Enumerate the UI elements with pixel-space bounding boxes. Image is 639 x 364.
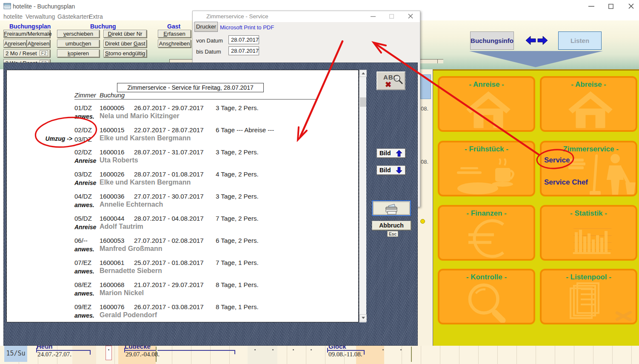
tile-zimmerservice[interactable]: - Zimmerservice - Service Service Chef <box>540 141 637 196</box>
service-link[interactable]: Service <box>544 156 570 165</box>
row-date-range: 28.07.2017 - 31.07.2017 <box>134 148 203 156</box>
row-stay-info: 7 Tage, 2 Pers. <box>216 215 259 222</box>
close-icon[interactable] <box>408 14 413 19</box>
row-status: anwes. <box>74 202 94 208</box>
row-booking-number: 1600044 <box>100 215 124 222</box>
room-row-label[interactable]: 15/Su <box>4 346 27 362</box>
report-page: Zimmerservice - Service für Freitag, 28.… <box>6 70 359 322</box>
scroll-down-button[interactable] <box>359 314 367 321</box>
column-header-buchung: Buchung <box>100 91 125 99</box>
dialog-titlebar[interactable]: Zimmerservice - Service <box>193 11 420 22</box>
scroll-up-button[interactable] <box>359 70 367 77</box>
row-room: 07/EZ <box>74 259 91 266</box>
von-datum-label: von Datum <box>196 37 223 44</box>
booking-dates: 09.08.-11.08. <box>328 351 362 358</box>
verschieben-button[interactable]: verschieben <box>57 30 100 38</box>
row-guest-name: Nela und Mario Kitzinger <box>100 112 180 120</box>
maximize-icon[interactable] <box>389 14 394 19</box>
drucker-button[interactable]: Drucker <box>194 22 218 32</box>
row-status: anwes. <box>74 113 94 120</box>
close-icon[interactable] <box>628 3 634 9</box>
header-rule <box>74 99 317 100</box>
row-guest-name: Uta Roberts <box>100 156 138 164</box>
report-row: 02/DZ Anreise 1600016 28.07.2017 - 31.07… <box>7 147 359 169</box>
storno-endgueltig-button[interactable]: Storno endgültig <box>103 49 147 57</box>
documents-icon <box>568 282 615 324</box>
freiraum-merkmale-button[interactable]: Freiraum/Merkmale <box>3 30 50 38</box>
scrollbar-thumb[interactable] <box>360 97 366 107</box>
report-row: 03/DZ Anreise 1600026 28.07.2017 - 01.08… <box>7 169 359 191</box>
page-down-button[interactable]: Bild <box>377 165 405 175</box>
row-stay-info: 8 Tage, 1 Pers. <box>216 281 259 288</box>
tile-anreise[interactable]: - Anreise - <box>438 76 535 132</box>
red-x-icon: ✖ <box>385 80 391 89</box>
tile-finanzen[interactable]: - Finanzen - <box>438 205 535 261</box>
print-button[interactable] <box>372 200 411 216</box>
row-room: 03/DZ <box>74 171 92 178</box>
row-booking-number: 1600053 <box>100 237 124 244</box>
anschreiben-button[interactable]: Anschreiben <box>158 40 191 48</box>
service-chef-link[interactable]: Service Chef <box>544 178 588 187</box>
arrow-left-icon[interactable] <box>526 36 536 45</box>
von-datum-field[interactable] <box>228 35 259 44</box>
direkt-ueber-nr-button[interactable]: Direkt über Nr <box>103 30 147 38</box>
row-guest-name: Gerald Podendorf <box>100 311 157 319</box>
row-guest-name: Adolf Tautrim <box>100 223 143 230</box>
tile-abreise[interactable]: - Abreise - <box>540 76 637 132</box>
row-stay-info: 8 Tage, 1 Pers. <box>216 303 259 310</box>
row-guest-name: Bernadette Siebern <box>100 267 162 275</box>
zoom-text-button[interactable]: ABC ✖ <box>377 71 405 90</box>
tile-statistik[interactable]: - Statistik - <box>540 205 637 261</box>
direkt-ueber-gast-button[interactable]: Direkt über Gast <box>103 40 147 48</box>
bookingplan-blue-cell <box>420 74 431 99</box>
partial-date-label: 08. <box>421 159 428 165</box>
arrow-right-icon[interactable] <box>537 36 548 45</box>
row-room: 06/-- <box>74 237 88 244</box>
minimize-icon[interactable] <box>588 6 594 7</box>
booking-dates: 29.07.-04.08. <box>126 351 160 358</box>
bis-datum-field[interactable] <box>228 46 259 55</box>
row-room: 09/EZ <box>74 303 91 310</box>
maximize-icon[interactable] <box>608 4 613 9</box>
kopieren-button[interactable]: kopieren <box>57 49 100 57</box>
listen-button[interactable]: Listen <box>558 31 602 50</box>
printer-name-link[interactable]: Microsoft Print to PDF <box>220 24 274 31</box>
booking-bar[interactable] <box>157 350 235 351</box>
menu-verwaltung[interactable]: Verwaltung <box>26 13 55 20</box>
anreisen-button[interactable]: Anreisen <box>3 40 27 48</box>
row-room: 02/DZ <box>74 126 92 134</box>
row-booking-number: 1600005 <box>100 104 124 111</box>
menu-hotelite[interactable]: hotelite <box>3 13 23 20</box>
page-up-button[interactable]: Bild <box>377 148 405 158</box>
house-icon <box>463 90 514 131</box>
tile-kontrolle[interactable]: - Kontrolle - <box>438 269 535 324</box>
bookingplan-row-strip: 15/Su Heun 24.07.-27.07. Lüdecke 29.07.-… <box>0 346 639 364</box>
row-guest-name: Manfred Großmann <box>100 245 163 253</box>
minimize-icon[interactable] <box>371 16 376 17</box>
row-booking-number: 1600036 <box>100 193 124 200</box>
zwei-monate-reset-button[interactable]: 2 Mo / ResetF2 <box>3 49 50 57</box>
abreisen-button[interactable]: Abreisen <box>27 40 50 48</box>
row-stay-info: 6 Tage, 2 Pers. <box>216 237 259 244</box>
selected-day-cell[interactable] <box>106 346 112 360</box>
row-booking-number: 1600026 <box>100 171 124 178</box>
menu-gaestekarten[interactable]: Gästekarten <box>57 13 90 20</box>
dialog-title: Zimmerservice - Service <box>206 13 268 20</box>
f2-key-badge: F2 <box>40 50 48 56</box>
erfassen-button[interactable]: Erfassen <box>158 30 191 38</box>
report-row: 05/DZ Anreise 1600044 28.07.2017 - 04.08… <box>7 213 359 236</box>
abbruch-button[interactable]: Abbruch Esc <box>372 221 411 230</box>
umbuchen-button[interactable]: umbuchen <box>57 40 100 48</box>
preview-scrollbar[interactable] <box>359 70 366 322</box>
magnifier-icon <box>393 74 404 85</box>
menu-extra[interactable]: Extra <box>89 13 103 20</box>
tile-fruehstueck[interactable]: - Frühstück - <box>438 141 535 196</box>
report-row: 08/EZ anwes. 1600068 21.07.2017 - 29.07.… <box>7 280 359 302</box>
tile-listenpool[interactable]: - Listenpool - <box>540 269 637 324</box>
row-stay-info: 7 Tage, 1 Pers. <box>216 259 259 266</box>
row-status: anwes. <box>74 312 94 319</box>
buchungsinfo-button[interactable]: Buchungsinfo <box>470 31 514 50</box>
row-guest-name: Elke und Karsten Bergmann <box>100 179 191 186</box>
row-status: anwes. <box>74 268 94 275</box>
row-room: 02/DZ <box>74 148 92 156</box>
